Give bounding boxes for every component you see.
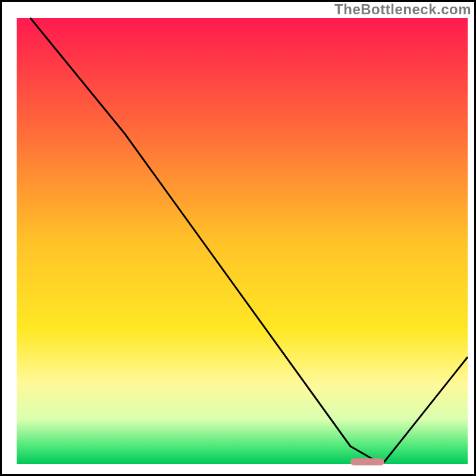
optimum-marker [350, 458, 384, 465]
chart-container: TheBottleneck.com [0, 0, 476, 476]
watermark-text: TheBottleneck.com [334, 1, 471, 18]
bottleneck-chart [0, 0, 476, 476]
